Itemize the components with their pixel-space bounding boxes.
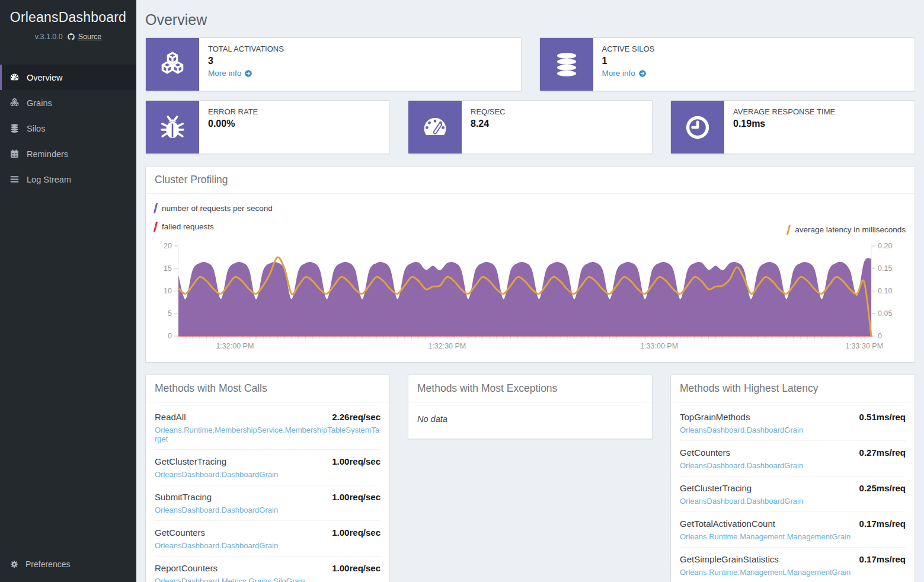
- svg-text:0.10: 0.10: [878, 287, 892, 295]
- method-name: GetClusterTracing: [155, 456, 226, 466]
- stat-card-req-sec: REQ/SEC 8.24: [408, 100, 653, 154]
- sidebar-item-reminders[interactable]: Reminders: [0, 141, 136, 167]
- method-panels-row: Methods with Most Calls ReadAll 2.26req/…: [145, 375, 915, 582]
- stat-card-total-activations: TOTAL ACTIVATIONS 3 More info: [145, 37, 522, 91]
- sidebar-item-label: Reminders: [27, 149, 68, 159]
- grain-type-link[interactable]: Orleans.Runtime.MembershipService.Member…: [155, 426, 381, 443]
- database-icon: [553, 51, 580, 78]
- cluster-profiling-chart[interactable]: 0510152000.050.100.150.201:32:00 PM1:32:…: [146, 240, 915, 362]
- stat-card-value: 3: [208, 56, 512, 66]
- gauge-icon: [9, 72, 20, 82]
- main-content: Overview TOTAL ACTIVATIONS 3 More info A…: [136, 0, 924, 582]
- stat-card-average-response-time: AVERAGE RESPONSE TIME 0.19ms: [670, 100, 915, 154]
- sidebar-item-silos[interactable]: Silos: [0, 116, 136, 141]
- svg-text:0: 0: [168, 332, 172, 340]
- bug-icon: [159, 114, 186, 141]
- grain-type-link[interactable]: OrleansDashboard.DashboardGrain: [155, 541, 381, 550]
- svg-text:10: 10: [164, 287, 172, 295]
- calendar-icon: [9, 149, 20, 159]
- legend-color-mark: [154, 203, 158, 213]
- stat-card-value: 8.24: [471, 119, 643, 129]
- method-value: 0.51ms/req: [859, 412, 906, 422]
- clock-icon: [684, 114, 711, 141]
- stat-card-icon-box: [146, 101, 199, 154]
- method-list-item: GetTotalActivationCount 0.17ms/req Orlea…: [680, 511, 906, 547]
- method-list-item: TopGrainMethods 0.51ms/req OrleansDashbo…: [680, 405, 906, 440]
- cubes-icon: [9, 98, 20, 108]
- method-list-item: GetClusterTracing 1.00req/sec OrleansDas…: [155, 449, 381, 485]
- grain-type-link[interactable]: Orleans.Runtime.Management.ManagementGra…: [680, 568, 906, 577]
- no-data-label: No data: [417, 414, 447, 424]
- method-name: ReadAll: [155, 412, 186, 422]
- stat-card-title: ERROR RATE: [208, 107, 381, 116]
- stat-row-2: ERROR RATE 0.00% REQ/SEC 8.24 AVERAGE RE…: [145, 100, 915, 154]
- svg-text:0.05: 0.05: [878, 309, 892, 318]
- svg-text:20: 20: [164, 242, 172, 250]
- method-name: ReportCounters: [155, 563, 218, 573]
- method-list-item: GetCounters 1.00req/sec OrleansDashboard…: [155, 520, 381, 556]
- gauge-icon: [421, 114, 449, 141]
- stat-card-value: 0.00%: [208, 119, 381, 129]
- gear-icon: [9, 559, 19, 569]
- method-name: GetCounters: [680, 447, 730, 458]
- method-value: 1.00req/sec: [332, 456, 381, 466]
- sidebar: OrleansDashboard v.3.1.0.0 Source Overvi…: [0, 0, 136, 582]
- page-title: Overview: [145, 11, 915, 28]
- more-info-label: More info: [208, 69, 241, 78]
- grain-type-link[interactable]: OrleansDashboard.Metrics.Grains.SiloGrai…: [155, 577, 381, 582]
- grain-type-link[interactable]: OrleansDashboard.DashboardGrain: [680, 461, 906, 470]
- legend-color-mark: [154, 222, 158, 232]
- legend-label: average latency in milliseconds: [795, 225, 906, 234]
- method-value: 0.27ms/req: [859, 447, 906, 458]
- grain-type-link[interactable]: OrleansDashboard.DashboardGrain: [680, 426, 906, 434]
- sidebar-item-grains[interactable]: Grains: [0, 90, 136, 116]
- svg-text:1:32:00 PM: 1:32:00 PM: [216, 342, 254, 350]
- stat-row-1: TOTAL ACTIVATIONS 3 More info ACTIVE SIL…: [145, 37, 915, 91]
- method-value: 0.17ms/req: [859, 519, 906, 529]
- legend-label: failed requests: [162, 222, 214, 231]
- github-icon: [67, 33, 75, 41]
- method-name: GetTotalActivationCount: [680, 519, 775, 529]
- grain-type-link[interactable]: OrleansDashboard.DashboardGrain: [155, 506, 381, 514]
- method-list-item: GetSimpleGrainStatistics 0.17ms/req Orle…: [680, 547, 906, 582]
- method-list-item: SubmitTracing 1.00req/sec OrleansDashboa…: [155, 485, 381, 520]
- svg-text:1:33:30 PM: 1:33:30 PM: [845, 342, 883, 350]
- list-icon: [9, 174, 20, 184]
- stat-card-active-silos: ACTIVE SILOS 1 More info: [539, 37, 916, 91]
- method-list-item: GetClusterTracing 0.25ms/req OrleansDash…: [680, 476, 906, 511]
- legend-number-of-requests-per-second: number of requests per second: [155, 203, 906, 213]
- sidebar-item-preferences[interactable]: Preferences: [0, 554, 136, 575]
- sidebar-item-label: Overview: [27, 73, 62, 82]
- sidebar-nav: Overview Grains Silos Reminders Log Stre…: [0, 65, 136, 192]
- grain-type-link[interactable]: Orleans.Runtime.Management.ManagementGra…: [680, 532, 906, 541]
- method-value: 0.25ms/req: [859, 483, 906, 493]
- cluster-profiling-title: Cluster Profiling: [146, 167, 915, 194]
- method-name: SubmitTracing: [155, 492, 212, 502]
- svg-text:5: 5: [168, 309, 172, 318]
- legend-average-latency-in-milliseconds: average latency in milliseconds: [788, 225, 906, 235]
- stat-card-error-rate: ERROR RATE 0.00%: [145, 100, 390, 154]
- method-value: 0.17ms/req: [859, 554, 906, 564]
- arrow-circle-right-icon: [638, 69, 647, 78]
- sidebar-item-overview[interactable]: Overview: [0, 65, 136, 90]
- svg-text:0: 0: [878, 332, 882, 340]
- method-name: TopGrainMethods: [680, 412, 750, 422]
- grain-type-link[interactable]: OrleansDashboard.DashboardGrain: [155, 470, 381, 479]
- stat-card-icon-box: [408, 101, 462, 154]
- svg-text:15: 15: [164, 264, 172, 273]
- more-info-label: More info: [602, 69, 635, 78]
- method-name: GetClusterTracing: [680, 483, 752, 493]
- source-link[interactable]: Source: [67, 33, 102, 41]
- more-info-link[interactable]: More info: [208, 69, 252, 78]
- cubes-icon: [159, 51, 186, 78]
- more-info-link[interactable]: More info: [602, 69, 647, 78]
- version-label: v.3.1.0.0: [35, 33, 63, 41]
- sidebar-item-label: Log Stream: [27, 175, 71, 184]
- grain-type-link[interactable]: OrleansDashboard.DashboardGrain: [680, 497, 906, 506]
- svg-text:1:32:30 PM: 1:32:30 PM: [428, 342, 466, 350]
- stat-card-icon-box: [671, 101, 724, 154]
- arrow-circle-right-icon: [244, 69, 252, 78]
- method-value: 1.00req/sec: [332, 492, 381, 502]
- sidebar-item-log-stream[interactable]: Log Stream: [0, 167, 136, 192]
- sidebar-item-label: Silos: [27, 124, 45, 133]
